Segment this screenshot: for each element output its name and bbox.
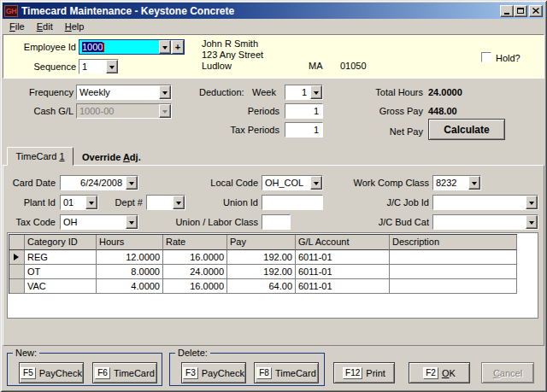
union-id-input[interactable] [262,195,323,210]
cell-description[interactable] [390,279,517,294]
jc-bud-cat-combobox[interactable] [432,214,538,230]
work-comp-class-combobox[interactable]: 8232 [432,175,481,190]
row-selector[interactable] [9,265,25,279]
tab-timecard-1[interactable]: TimeCard 1 [7,147,74,166]
jc-job-dropdown-button[interactable] [526,196,538,209]
card-date-combobox[interactable]: 6/24/2008 [60,175,138,190]
chevron-down-icon [472,182,477,188]
maximize-button[interactable] [514,5,527,17]
close-button[interactable] [529,5,543,17]
week-combobox[interactable]: 1 [285,85,323,100]
local-code-dropdown-button[interactable] [310,176,322,190]
cell-rate[interactable]: 24.0000 [163,265,227,279]
local-code-combobox[interactable]: OH_COL [262,175,323,190]
cell-pay[interactable]: 64.00 [227,279,296,294]
cell-category-id[interactable]: REG [25,250,97,265]
plant-id-dropdown-button[interactable] [85,196,97,209]
delete-timecard-button[interactable]: F8 TimeCard [254,362,319,383]
new-timecard-button[interactable]: F6 TimeCard [92,362,157,383]
plant-id-combobox[interactable]: 01 [60,195,98,210]
add-employee-button[interactable]: + [172,40,184,54]
f6-keycap: F6 [95,367,110,379]
periods-input[interactable] [285,103,323,119]
employee-zip: 01050 [340,61,367,72]
text-caret [103,43,104,52]
f2-keycap: F2 [423,367,438,379]
delete-group-label: Delete: [175,348,210,358]
app-icon: GH [4,5,18,17]
sequence-dropdown-button[interactable] [106,60,118,73]
dept-label: Dept # [104,197,143,208]
menu-edit[interactable]: Edit [31,20,59,33]
cell-hours[interactable]: 12.0000 [97,250,163,265]
cell-gl-account[interactable]: 6011-01 [296,250,390,265]
jc-job-id-combobox[interactable] [432,195,538,210]
chevron-down-icon [314,182,319,188]
cash-gl-combobox-disabled: 1000-00 [76,103,172,119]
minimize-button[interactable] [500,5,514,17]
calculate-button[interactable]: Calculate [428,119,505,140]
row-selector[interactable] [9,279,25,294]
employee-street: 123 Any Street [202,50,263,61]
row-selector[interactable] [9,250,25,265]
cell-gl-account[interactable]: 6011-01 [296,279,390,294]
tax-code-dropdown-button[interactable] [126,215,138,229]
chevron-down-icon [129,221,134,227]
cell-pay[interactable]: 192.00 [227,250,296,265]
union-labor-class-input[interactable] [262,214,291,230]
chevron-down-icon [109,66,115,72]
column-header-pay: Pay [227,235,296,250]
cell-description[interactable] [390,250,517,265]
week-dropdown-button[interactable] [310,85,322,99]
grid-corner-cell [9,235,25,250]
gross-pay-value: 448.00 [428,106,457,117]
union-labor-class-label: Union / Labor Class [162,217,258,228]
menu-help[interactable]: Help [59,20,91,33]
tab-override-adj[interactable]: Override Adj. [79,150,144,164]
chevron-down-icon [162,46,168,52]
column-header-hours: Hours [97,235,163,250]
cancel-button[interactable]: Cancel [481,362,534,383]
f5-keycap: F5 [21,367,36,379]
sequence-combobox[interactable]: 1 [79,59,119,74]
column-header-rate: Rate [163,235,227,250]
frequency-dropdown-button[interactable] [159,85,171,99]
jc-bud-dropdown-button[interactable] [526,215,538,229]
employee-id-combobox[interactable]: 1000 + [79,39,185,55]
print-button[interactable]: F12 Print [333,362,395,383]
work-comp-dropdown-button[interactable] [468,176,480,190]
ok-button[interactable]: F2 OK [409,362,470,383]
hold-label: Hold? [496,53,521,64]
delete-paycheck-button[interactable]: F3 PayCheck [181,362,246,383]
sequence-label: Sequence [19,61,76,73]
cell-hours[interactable]: 8.0000 [97,265,163,279]
dept-combobox[interactable] [146,195,185,210]
employee-id-field[interactable]: 1000 [79,40,159,54]
chevron-down-icon [529,221,534,227]
deduction-label: Deduction: [199,87,244,98]
employee-id-dropdown-button[interactable] [159,40,171,54]
cell-category-id[interactable]: VAC [25,279,97,294]
card-date-dropdown-button[interactable] [126,176,138,190]
close-icon [532,8,539,14]
total-hours-label: Total Hours [370,87,423,98]
jc-bud-cat-label: J/C Bud Cat [353,217,429,228]
app-window: GH Timecard Maintenance - Keystone Concr… [0,0,547,392]
cell-rate[interactable]: 16.0000 [163,279,227,294]
dept-dropdown-button[interactable] [173,196,185,209]
tax-code-combobox[interactable]: OH [60,214,138,230]
hold-checkbox[interactable] [481,52,491,62]
cell-description[interactable] [390,265,517,279]
cell-rate[interactable]: 16.0000 [163,250,227,265]
cell-category-id[interactable]: OT [25,265,97,279]
new-group-label: New: [13,348,39,358]
cell-gl-account[interactable]: 6011-01 [296,265,390,279]
chevron-down-icon [314,91,319,97]
menu-file[interactable]: File [3,20,31,33]
cash-gl-label: Cash G/L [14,106,74,117]
frequency-combobox[interactable]: Weekly [76,85,172,100]
cell-hours[interactable]: 4.0000 [97,279,163,294]
new-paycheck-button[interactable]: F5 PayCheck [19,362,84,383]
tax-periods-input[interactable] [285,122,323,137]
cell-pay[interactable]: 192.00 [227,265,296,279]
